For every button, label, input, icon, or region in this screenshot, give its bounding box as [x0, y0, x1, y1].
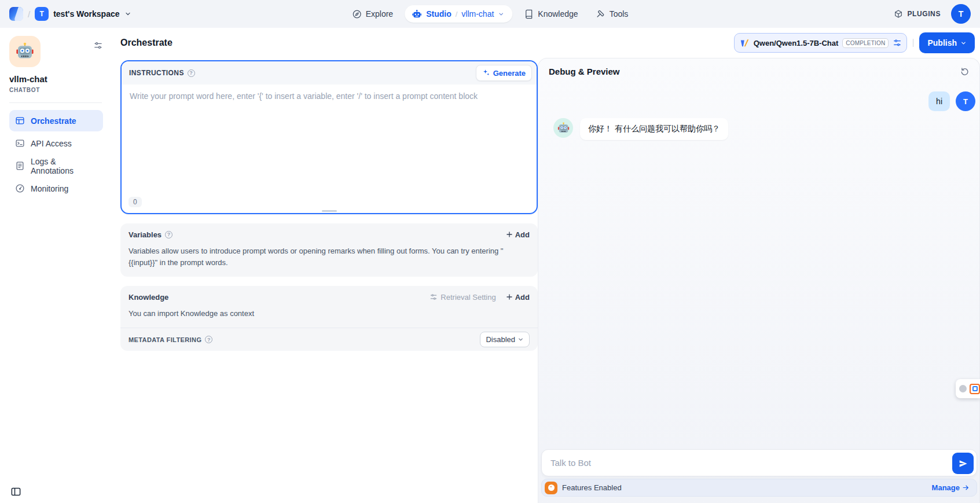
help-icon[interactable]: ? — [205, 336, 212, 343]
chat-bottom-area: " Features Enabled Manage — [541, 449, 977, 497]
hammer-icon — [596, 9, 605, 19]
app-icon — [9, 36, 41, 67]
manage-features-link[interactable]: Manage — [932, 483, 970, 492]
slash-divider: / — [28, 9, 30, 19]
nav-tools[interactable]: Tools — [590, 6, 634, 23]
add-label: Add — [515, 230, 530, 239]
nav-studio-label: Studio — [426, 9, 452, 19]
knowledge-header: Knowledge Retrieval Setting Add — [120, 286, 538, 308]
chevron-down-icon — [517, 336, 524, 343]
nav-explore[interactable]: Explore — [346, 6, 399, 23]
plugins-label: PLUGINS — [907, 10, 941, 18]
chat-input[interactable] — [542, 450, 977, 476]
metadata-filtering-value: Disabled — [486, 335, 515, 344]
help-icon[interactable]: ? — [188, 69, 195, 77]
nav-current-app: vllm-chat — [461, 9, 494, 19]
app-window: / T test's Workspace Explore Studio / vl… — [0, 0, 980, 503]
top-bar: / T test's Workspace Explore Studio / vl… — [0, 0, 980, 28]
variables-title: Variables — [129, 230, 162, 239]
workspace-avatar[interactable]: T — [35, 7, 49, 21]
logs-document-icon — [15, 161, 25, 171]
instructions-panel: INSTRUCTIONS ? Generate 0 — [120, 60, 538, 214]
sparkle-icon — [482, 69, 490, 77]
app-settings-icon[interactable] — [93, 41, 103, 50]
features-icon: " — [545, 482, 557, 494]
manage-label: Manage — [932, 483, 960, 492]
bot-message-row: 你好！ 有什么问题我可以帮助你吗？ — [538, 118, 979, 140]
chevron-down-icon — [960, 40, 967, 46]
sidebar-item-api-access[interactable]: API Access — [9, 133, 103, 154]
bot-message-bubble: 你好！ 有什么问题我可以帮助你吗？ — [580, 118, 728, 140]
retrieval-setting-button[interactable]: Retrieval Setting — [430, 293, 495, 302]
user-chat-avatar: T — [956, 91, 975, 111]
chevron-down-icon[interactable] — [498, 11, 504, 17]
divider — [913, 39, 913, 47]
help-icon[interactable]: ? — [165, 231, 172, 238]
sidebar-item-label: Orchestrate — [31, 116, 76, 126]
workspace-area: / T test's Workspace — [9, 7, 131, 21]
send-icon — [959, 459, 968, 468]
chevron-down-icon[interactable] — [124, 10, 131, 17]
generate-button[interactable]: Generate — [476, 65, 532, 81]
add-variable-button[interactable]: Add — [505, 230, 530, 239]
collapse-sidebar-icon[interactable] — [10, 486, 21, 497]
sidebar-item-orchestrate[interactable]: Orchestrate — [9, 110, 103, 131]
nav-knowledge-label: Knowledge — [538, 9, 578, 19]
sidebar-item-label: Logs & Annotations — [31, 157, 97, 175]
page-title: Orchestrate — [120, 38, 172, 48]
knowledge-title: Knowledge — [129, 293, 168, 302]
debug-header: Debug & Preview — [538, 58, 979, 76]
vllm-logo-icon — [740, 38, 750, 48]
send-button[interactable] — [952, 453, 974, 474]
workspace-name[interactable]: test's Workspace — [53, 9, 119, 19]
model-name: Qwen/Qwen1.5-7B-Chat — [754, 39, 839, 47]
model-config-sliders-icon[interactable] — [893, 38, 902, 47]
features-label: Features Enabled — [562, 483, 622, 492]
metadata-filtering-dropdown[interactable]: Disabled — [480, 332, 530, 347]
main-area: Orchestrate Qwen/Qwen1.5-7B-Chat COMPLET… — [110, 28, 980, 503]
nav-explore-label: Explore — [366, 9, 393, 19]
app-name: vllm-chat — [9, 74, 103, 84]
metadata-filtering-row: METADATA FILTERING ? Disabled — [120, 328, 538, 351]
publish-button[interactable]: Publish — [919, 32, 975, 53]
monitoring-gauge-icon — [15, 183, 25, 193]
sidebar-item-label: API Access — [31, 139, 72, 148]
prompt-textarea[interactable] — [125, 87, 533, 191]
knowledge-panel: Knowledge Retrieval Setting Add — [120, 286, 538, 351]
explore-icon — [352, 9, 362, 19]
plugins-button[interactable]: PLUGINS — [894, 9, 941, 19]
nav-studio[interactable]: Studio / vllm-chat — [405, 5, 512, 23]
add-knowledge-button[interactable]: Add — [505, 293, 530, 302]
model-selector[interactable]: Qwen/Qwen1.5-7B-Chat COMPLETION — [734, 33, 908, 53]
features-bar: " Features Enabled Manage — [541, 479, 977, 497]
sidebar-item-logs-annotations[interactable]: Logs & Annotations — [9, 155, 103, 177]
retrieval-setting-label: Retrieval Setting — [441, 293, 495, 302]
widget-capture-icon — [970, 384, 980, 394]
user-message-row: hi T — [538, 91, 979, 111]
variables-header: Variables ? Add — [120, 223, 538, 245]
top-bar-right: PLUGINS T — [894, 4, 971, 24]
header-controls: Qwen/Qwen1.5-7B-Chat COMPLETION Publish — [734, 32, 975, 53]
nav-knowledge[interactable]: Knowledge — [518, 6, 583, 23]
variables-description: Variables allow users to introduce promp… — [120, 245, 538, 277]
divider — [9, 102, 102, 103]
app-sidebar: vllm-chat CHATBOT Orchestrate API Access… — [0, 28, 110, 503]
restart-icon[interactable] — [960, 67, 970, 76]
plugins-box-icon — [894, 9, 903, 19]
bot-chat-avatar — [553, 118, 573, 138]
dify-logo[interactable] — [9, 7, 23, 21]
app-type-label: CHATBOT — [9, 87, 103, 93]
user-avatar[interactable]: T — [951, 4, 971, 24]
metadata-filtering-title: METADATA FILTERING — [129, 336, 201, 343]
main-nav: Explore Studio / vllm-chat Knowledge Too… — [346, 0, 634, 28]
resize-handle[interactable] — [322, 210, 337, 212]
orchestrate-column: INSTRUCTIONS ? Generate 0 — [120, 58, 538, 503]
robot-icon — [412, 9, 422, 19]
add-label: Add — [515, 293, 530, 302]
content-area: vllm-chat CHATBOT Orchestrate API Access… — [0, 28, 980, 503]
publish-label: Publish — [927, 38, 957, 47]
sidebar-item-monitoring[interactable]: Monitoring — [9, 178, 103, 199]
instructions-title: INSTRUCTIONS — [129, 69, 184, 77]
floating-extension-widget[interactable] — [956, 379, 980, 398]
user-message-bubble: hi — [928, 91, 950, 111]
